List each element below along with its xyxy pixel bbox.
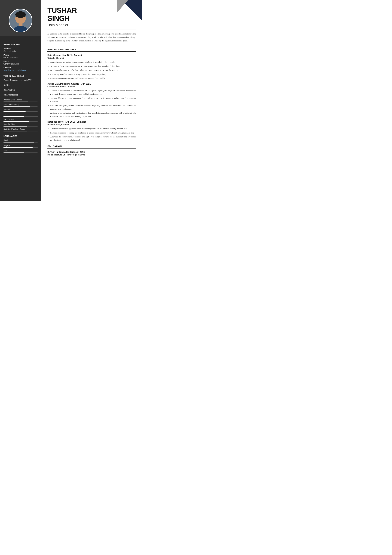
skill-bar-bg — [3, 106, 38, 107]
linkedin-value[interactable]: www.linkedin.com/in/tushar — [3, 69, 38, 71]
language-name: Hindi — [3, 139, 38, 141]
job-bullets: Analysed that the test approach met cust… — [50, 127, 136, 142]
skill-bar-bg — [3, 102, 38, 102]
language-bar-bg — [3, 147, 38, 148]
skill-bar-bg — [3, 97, 38, 97]
jobs-list: Data Modeler | Jul 2021 - Present Ubisof… — [47, 54, 136, 142]
phone-value: +91-9876543210 — [3, 57, 38, 59]
skill-bar-fill — [3, 126, 27, 126]
job-entry: Junior Data Modeler | Jul 2018 - Jun 202… — [47, 83, 136, 118]
job-company: Raven Corps, Chennai — [47, 123, 136, 126]
education-list: B. Tech in Computer Science | 2016 India… — [47, 151, 136, 156]
email-value: tushar@gmail.com — [3, 63, 38, 65]
bullet-item: Reviewing modifications of existing syst… — [50, 73, 136, 76]
language-item: Hindi — [3, 139, 38, 143]
skills-list: Extract Transform and Load (ETL) NoSQL D… — [3, 79, 38, 131]
main-header: TUSHAR SINGH Data Modeler — [41, 0, 142, 32]
skill-bar-bg — [3, 111, 38, 112]
phone-label: Phone — [3, 54, 38, 56]
language-bar-fill — [3, 147, 33, 148]
skill-name: Data Profiling — [3, 123, 38, 125]
skill-item: NoSQL — [3, 84, 38, 87]
linkedin-label: LinkedIn — [3, 66, 38, 69]
skill-bar-fill — [3, 97, 31, 97]
sidebar-content: PERSONAL INFO Address Chennai, India Pho… — [0, 36, 41, 159]
language-bar-fill — [3, 153, 24, 153]
bullet-item: Translated business requirements into da… — [50, 96, 136, 103]
address-value: Chennai, India — [3, 50, 38, 52]
skill-item: Data Quality — [3, 118, 38, 122]
skill-bar-fill — [3, 87, 29, 87]
job-company: Crosswords Techs, Chennai — [47, 85, 136, 88]
skill-bar-bg — [3, 92, 38, 92]
skill-bar-bg — [3, 87, 38, 87]
skill-item: Extract Transform and Load (ETL) — [3, 79, 38, 82]
bullet-item: Assisted in the validation and verificat… — [50, 111, 136, 118]
svg-point-3 — [15, 11, 26, 18]
skill-name: Statistical Analysis System — [3, 128, 38, 130]
photo-area — [0, 0, 41, 36]
skill-name: NoSQL — [3, 84, 38, 86]
personal-info-heading: PERSONAL INFO — [3, 43, 38, 46]
language-item: Tamil — [3, 150, 38, 153]
svg-marker-7 — [117, 0, 128, 13]
skill-item: Data Profiling — [3, 123, 38, 126]
employment-heading: EMPLOYMENT HISTORY — [47, 48, 136, 51]
skill-item: Data Architecture — [3, 94, 38, 97]
skill-name: Data Quality — [3, 118, 38, 121]
language-bar-bg — [3, 142, 38, 143]
skill-bar-fill — [3, 102, 28, 102]
languages-heading: LANGUAGES — [3, 135, 38, 137]
bullet-item: Analysing and translating business needs… — [50, 60, 136, 64]
languages-list: Hindi English Tamil — [3, 139, 38, 153]
job-company: Ubisoft, Chennai — [47, 57, 136, 59]
skill-name: Extract Transform and Load (ETL) — [3, 79, 38, 81]
skill-name: Data Analysis — [3, 89, 38, 91]
skill-bar-fill — [3, 92, 27, 92]
employment-divider — [47, 51, 136, 52]
bullet-item: Developing best practices for data codin… — [50, 68, 136, 72]
bullet-item: Working with the development team to cre… — [50, 65, 136, 68]
skill-bar-bg — [3, 126, 38, 126]
skill-bar-fill — [3, 121, 29, 122]
skill-item: Visualization — [3, 109, 38, 112]
skill-bar-bg — [3, 82, 38, 82]
skill-bar-bg — [3, 116, 38, 117]
address-label: Address — [3, 48, 38, 50]
skill-bar-fill — [3, 82, 33, 82]
education-entry: B. Tech in Computer Science | 2016 India… — [47, 151, 136, 156]
skill-item: Statistical Analysis System — [3, 128, 38, 131]
bullet-item: Ensured all aspects of testing are condu… — [50, 131, 136, 134]
bullet-item: Analysed the requirements, processes and… — [50, 135, 136, 142]
skills-heading: TECHNICAL SKILLS — [3, 75, 38, 77]
email-label: Email — [3, 60, 38, 62]
language-name: Tamil — [3, 150, 38, 152]
bullet-item: Assisted in the creation and maintenance… — [50, 89, 136, 96]
skill-item: Data Analysis — [3, 89, 38, 92]
skill-bar-fill — [3, 131, 27, 131]
skill-bar-fill — [3, 116, 24, 117]
skill-bar-bg — [3, 131, 38, 131]
skill-bar-fill — [3, 106, 30, 107]
job-entry: Data Modeler | Jul 2021 - Present Ubisof… — [47, 54, 136, 80]
job-title-line: Database Tester | Jul 2016 - Jun 2018 — [47, 121, 136, 123]
summary-text: A judicious Data modeler is responsible … — [41, 32, 142, 45]
skill-name: Data Architecture — [3, 94, 38, 96]
language-bar-bg — [3, 153, 38, 153]
skill-item: Physical Data Models — [3, 99, 38, 102]
education-divider — [47, 148, 136, 148]
bullet-item: Analysed that the test approach met cust… — [50, 127, 136, 130]
main-body: EMPLOYMENT HISTORY Data Modeler | Jul 20… — [41, 45, 142, 162]
svg-rect-4 — [19, 23, 23, 26]
bullet-item: Identified data quality issues and incon… — [50, 104, 136, 110]
job-title-line: Data Modeler | Jul 2021 - Present — [47, 54, 136, 57]
skill-name: Physical Data Models — [3, 99, 38, 101]
job-bullets: Analysing and translating business needs… — [50, 60, 136, 80]
language-name: English — [3, 144, 38, 147]
bullet-item: Implementing data strategies and develop… — [50, 77, 136, 80]
edu-degree: B. Tech in Computer Science | 2016 — [47, 151, 136, 153]
job-title-line: Junior Data Modeler | Jul 2018 - Jun 202… — [47, 83, 136, 85]
language-item: English — [3, 144, 38, 148]
avatar — [9, 9, 32, 32]
job-bullets: Assisted in the creation and maintenance… — [50, 89, 136, 118]
